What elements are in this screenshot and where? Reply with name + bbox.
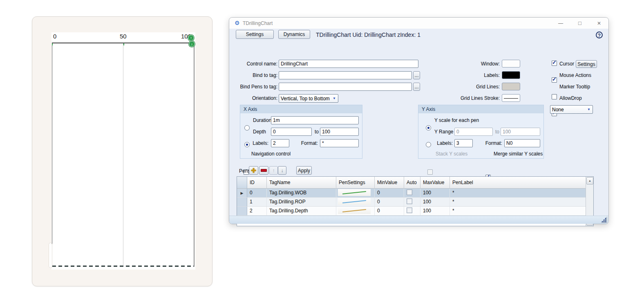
y-scale-each-pen-radio[interactable]	[426, 125, 431, 131]
cell-penlabel[interactable]: *	[450, 198, 586, 206]
axis-tick	[123, 43, 124, 45]
duration-radio[interactable]	[244, 125, 250, 131]
table-row[interactable]: 2 Tag.Drilling.Depth 0 100 *	[237, 207, 586, 216]
minus-icon	[261, 169, 267, 172]
check-icon: ✓	[552, 76, 557, 82]
scroll-up-button[interactable]: ▲	[586, 177, 593, 185]
orientation-select[interactable]: Vertical, Top to Bottom ▼	[279, 94, 338, 103]
settings-tab-button[interactable]: Settings	[236, 30, 274, 39]
dynamics-tab-button[interactable]: Dynamics	[278, 30, 310, 39]
plot-area	[52, 43, 195, 267]
bind-pens-to-tag-input[interactable]	[279, 83, 412, 91]
col-header-id[interactable]: ID	[247, 177, 267, 188]
preview-scrollbar[interactable]	[49, 243, 52, 268]
cell-minvalue[interactable]: 0	[375, 198, 404, 206]
row-header-cell	[237, 207, 247, 215]
cell-id[interactable]: 0	[247, 189, 267, 197]
stroke-preview-line	[504, 98, 518, 99]
close-button[interactable]: ✕	[595, 20, 604, 27]
bind-pens-to-tag-label: Bind Pens to tag:	[233, 84, 277, 90]
x-labels-input[interactable]	[271, 139, 289, 147]
grid-lines-color-swatch[interactable]	[502, 83, 520, 90]
col-header-penlabel[interactable]: PenLabel	[450, 177, 586, 188]
plus-icon: ✚	[251, 167, 256, 173]
control-name-label: Control name:	[233, 61, 277, 67]
x-format-input[interactable]	[320, 139, 359, 147]
y-range-from-input[interactable]	[454, 128, 493, 136]
pen-line-icon	[342, 191, 366, 194]
auto-checkbox[interactable]	[407, 198, 412, 204]
cell-pensettings[interactable]	[336, 189, 375, 197]
extra-options-select[interactable]: None ▼	[550, 105, 593, 114]
grid-lines-color-label: Grid Lines:	[442, 84, 500, 90]
cell-minvalue[interactable]: 0	[375, 207, 404, 215]
resize-grip-icon[interactable]	[600, 216, 607, 223]
cell-tagname[interactable]: Tag.Drilling.WOB	[267, 189, 336, 197]
cell-id[interactable]: 2	[247, 207, 267, 215]
maximize-button[interactable]: □	[575, 20, 584, 27]
cell-minvalue[interactable]: 0	[375, 189, 404, 197]
y-range-to-input[interactable]	[501, 128, 540, 136]
cell-pensettings[interactable]	[336, 207, 375, 215]
stack-y-scales-checkbox[interactable]	[427, 169, 433, 175]
drilling-chart-preview[interactable]: 0 50 100 ↑ ↓	[51, 32, 195, 270]
cell-id[interactable]: 1	[247, 198, 267, 206]
table-row[interactable]: 1 Tag.Drilling.ROP 0 100 *	[237, 198, 586, 207]
y-labels-input[interactable]	[454, 139, 473, 147]
auto-checkbox[interactable]	[407, 189, 412, 195]
control-name-input[interactable]	[279, 60, 418, 68]
grid-lines-stroke-swatch[interactable]	[502, 94, 520, 102]
bind-to-tag-input[interactable]	[279, 71, 412, 79]
x-axis-tick-label: 0	[53, 33, 56, 40]
apply-button[interactable]: Apply	[296, 166, 312, 175]
scroll-up-icon[interactable]: ↑	[188, 35, 194, 41]
labels-color-swatch[interactable]	[502, 71, 520, 79]
move-pen-down-button[interactable]: ↓	[278, 166, 286, 175]
apply-label: Apply	[298, 168, 310, 173]
depth-from-input[interactable]	[271, 128, 312, 136]
grid-lines-stroke-label: Grid Lines Stroke:	[442, 95, 500, 101]
cell-maxvalue[interactable]: 100	[420, 189, 450, 197]
move-pen-up-button[interactable]: ↑	[269, 166, 278, 175]
dialog-titlebar[interactable]: ⚙ TDrillingChart — □ ✕	[229, 18, 608, 29]
row-marker-icon: ▶	[241, 191, 244, 195]
cell-tagname[interactable]: Tag.Drilling.Depth	[267, 207, 336, 215]
cell-maxvalue[interactable]: 100	[420, 198, 450, 206]
col-header-tagname[interactable]: TagName	[267, 177, 336, 188]
marker-tooltip-checkbox[interactable]	[552, 94, 557, 99]
check-icon: ✓	[552, 59, 557, 65]
help-icon[interactable]: ?	[596, 32, 603, 38]
cell-penlabel[interactable]: *	[450, 189, 586, 197]
table-row[interactable]: ▶ 0 Tag.Drilling.WOB 0 100 *	[237, 189, 586, 198]
duration-input[interactable]	[271, 116, 359, 124]
add-pen-button[interactable]: ✚	[249, 166, 258, 175]
cell-pensettings[interactable]	[336, 198, 375, 206]
bind-pens-browse-button[interactable]: ...	[413, 83, 420, 91]
minimize-button[interactable]: —	[556, 20, 565, 27]
mouse-actions-checkbox[interactable]: ✓	[552, 77, 557, 83]
col-header-pensettings[interactable]: PenSettings	[336, 177, 375, 188]
cell-tagname[interactable]: Tag.Drilling.ROP	[267, 198, 336, 206]
window-color-swatch[interactable]	[502, 60, 520, 68]
depth-to-input[interactable]	[320, 128, 359, 136]
bind-to-tag-browse-button[interactable]: ...	[413, 71, 420, 79]
col-header-auto[interactable]: Auto	[404, 177, 420, 188]
col-header-maxvalue[interactable]: MaxValue	[420, 177, 450, 188]
cell-penlabel[interactable]: *	[450, 207, 586, 215]
y-axis-group: Y Axis Y scale for each pen Y Range to L…	[418, 105, 544, 159]
scroll-down-icon[interactable]: ↓	[189, 41, 195, 47]
axis-tick	[52, 43, 53, 45]
y-format-input[interactable]	[504, 139, 540, 147]
remove-pen-button[interactable]	[259, 166, 268, 175]
cell-auto[interactable]	[404, 198, 420, 206]
cell-auto[interactable]	[404, 189, 420, 197]
cursor-checkbox[interactable]: ✓	[552, 61, 557, 66]
cell-maxvalue[interactable]: 100	[420, 207, 450, 215]
cell-auto[interactable]	[404, 207, 420, 215]
col-header-minvalue[interactable]: MinValue	[375, 177, 404, 188]
arrow-up-icon: ↑	[273, 168, 275, 173]
pen-line-icon	[342, 209, 366, 212]
auto-checkbox[interactable]	[407, 207, 412, 213]
cursor-settings-button[interactable]: Settings	[576, 60, 597, 68]
y-range-radio[interactable]	[426, 142, 431, 147]
